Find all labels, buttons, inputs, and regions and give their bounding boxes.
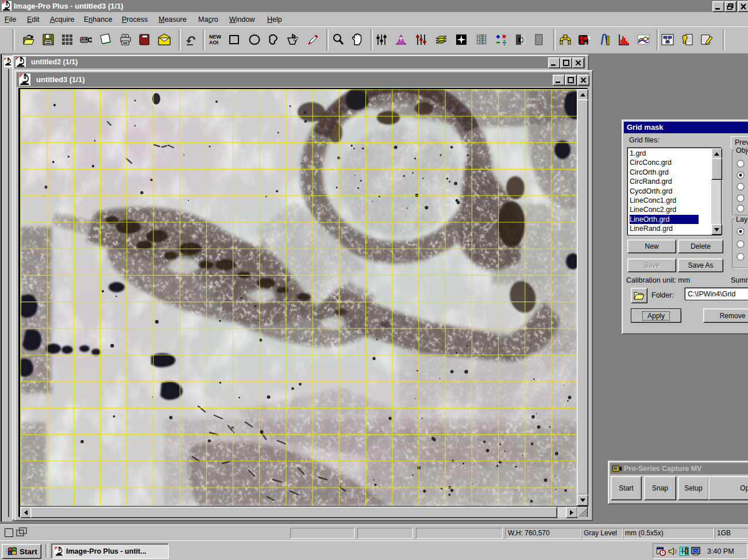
svg-text:AOI: AOI [209,40,218,45]
svg-text:2: 2 [588,36,591,41]
svg-text:NEW: NEW [209,34,221,40]
svg-text:12: 12 [482,41,487,45]
svg-text:3: 3 [584,41,587,47]
